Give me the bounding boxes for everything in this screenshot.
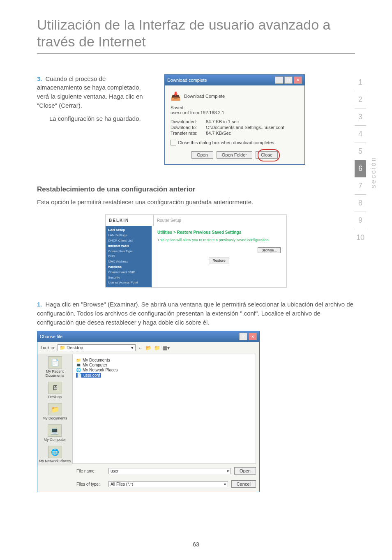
download-complete-dialog: Download complete _ □ × 📥 Download Compl… xyxy=(164,74,305,165)
nav-section-2[interactable]: 2 xyxy=(355,91,366,108)
chevron-down-icon: ▾ xyxy=(224,482,226,486)
view-icon[interactable]: ▦▾ xyxy=(163,345,170,351)
dialog-titlebar: Download complete _ □ × xyxy=(165,75,304,85)
places-mydocs[interactable]: 📁My Documents xyxy=(42,403,67,420)
nav-section-4[interactable]: 4 xyxy=(355,126,366,143)
places-desktop[interactable]: 🖥Desktop xyxy=(48,382,62,399)
places-network[interactable]: 🌐My Network Places xyxy=(39,446,71,463)
minimize-icon[interactable]: _ xyxy=(275,76,283,84)
recent-docs-icon: 📄 xyxy=(48,356,62,369)
file-item[interactable]: 💻My Computer xyxy=(76,363,252,367)
help-icon[interactable]: ? xyxy=(239,333,247,340)
step-1-text: 1.Haga clic en "Browse" (Examinar). Se a… xyxy=(37,300,355,327)
belkin-sidebar: LAN Setup LAN Settings DHCP Client List … xyxy=(106,226,152,287)
file-item-selected[interactable]: 📄user.conf xyxy=(76,373,101,378)
download-icon: 📥 xyxy=(171,91,181,101)
section-text-restore: Esta opción le permitirá restablecer una… xyxy=(37,198,355,207)
up-icon[interactable]: 📂 xyxy=(145,345,152,351)
choose-file-titlebar: Choose file ? × xyxy=(37,331,259,342)
cancel-file-button[interactable]: Cancel xyxy=(231,480,256,488)
step-3-text: 3.Cuando el proceso de almacenamiento se… xyxy=(37,74,152,123)
chevron-down-icon: ▾ xyxy=(227,469,229,473)
places-mycomputer[interactable]: 💻My Computer xyxy=(44,424,66,442)
desktop-icon: 🖥 xyxy=(48,382,62,394)
back-icon[interactable]: ← xyxy=(138,345,143,351)
open-button[interactable]: Open xyxy=(191,151,213,159)
places-recent[interactable]: 📄My Recent Documents xyxy=(37,356,72,378)
page-title: Utilización de la Interfaz de usuario av… xyxy=(37,16,355,54)
step-1-number: 1. xyxy=(37,301,42,308)
network-places-icon: 🌐 xyxy=(76,368,81,372)
file-item[interactable]: 📁My Documents xyxy=(76,358,252,362)
section-label: sección xyxy=(369,156,378,189)
computer-icon: 💻 xyxy=(76,363,81,367)
close-icon[interactable]: × xyxy=(249,333,257,340)
step-3-number: 3. xyxy=(37,75,42,82)
nav-section-5[interactable]: 5 xyxy=(355,143,366,160)
nav-section-6[interactable]: 6 xyxy=(355,160,366,177)
maximize-icon[interactable]: □ xyxy=(284,76,293,84)
file-icon: 📄 xyxy=(77,373,82,378)
belkin-page-title: Utilities > Restore Previous Saved Setti… xyxy=(157,230,281,235)
nav-section-1[interactable]: 1 xyxy=(355,74,366,91)
open-file-button[interactable]: Open xyxy=(234,467,256,475)
step-3-sub: La configuración se ha guardado. xyxy=(49,114,152,123)
nav-section-8[interactable]: 8 xyxy=(355,195,366,212)
close-icon[interactable]: × xyxy=(294,76,302,84)
nav-section-10[interactable]: 10 xyxy=(355,229,366,246)
network-icon: 🌐 xyxy=(48,446,62,458)
folder-icon: 📁 xyxy=(76,358,81,362)
file-list[interactable]: 📁My Documents 💻My Computer 🌐My Network P… xyxy=(72,354,256,464)
new-folder-icon[interactable]: 📁 xyxy=(154,345,160,351)
places-bar: 📄My Recent Documents 🖥Desktop 📁My Docume… xyxy=(37,354,72,466)
nav-section-7[interactable]: 7 xyxy=(355,177,366,195)
nav-section-3[interactable]: 3 xyxy=(355,108,366,126)
router-setup-label: Router Setup xyxy=(154,215,286,226)
section-nav: 1 2 3 4 5 6 7 8 9 10 sección xyxy=(355,74,378,246)
nav-section-9[interactable]: 9 xyxy=(355,212,366,229)
chevron-down-icon: ▾ xyxy=(131,345,134,350)
checkbox-icon[interactable] xyxy=(171,140,176,145)
file-item[interactable]: 🌐My Network Places xyxy=(76,368,252,372)
restore-button[interactable]: Restore xyxy=(209,258,229,263)
choose-file-dialog: Choose file ? × Look in: 📁 Desktop▾ ← 📂 … xyxy=(37,331,260,492)
lookin-select[interactable]: 📁 Desktop▾ xyxy=(58,344,136,351)
mycomputer-icon: 💻 xyxy=(48,424,62,437)
belkin-logo: BELKIN xyxy=(106,215,154,226)
filename-input[interactable]: user▾ xyxy=(108,468,231,474)
section-heading-restore: Restablecimiento de una configuración an… xyxy=(37,185,355,194)
filetype-select[interactable]: All Files (*.*)▾ xyxy=(108,481,228,487)
browse-button[interactable]: Browse... xyxy=(258,247,281,253)
belkin-page-desc: This option will allow you to restore a … xyxy=(157,238,281,242)
belkin-router-screenshot: BELKIN Router Setup LAN Setup LAN Settin… xyxy=(105,214,287,288)
open-folder-button[interactable]: Open Folder xyxy=(217,151,252,159)
page-number: 63 xyxy=(0,541,392,548)
mydocs-icon: 📁 xyxy=(48,403,62,415)
close-button[interactable]: Close xyxy=(256,151,278,159)
